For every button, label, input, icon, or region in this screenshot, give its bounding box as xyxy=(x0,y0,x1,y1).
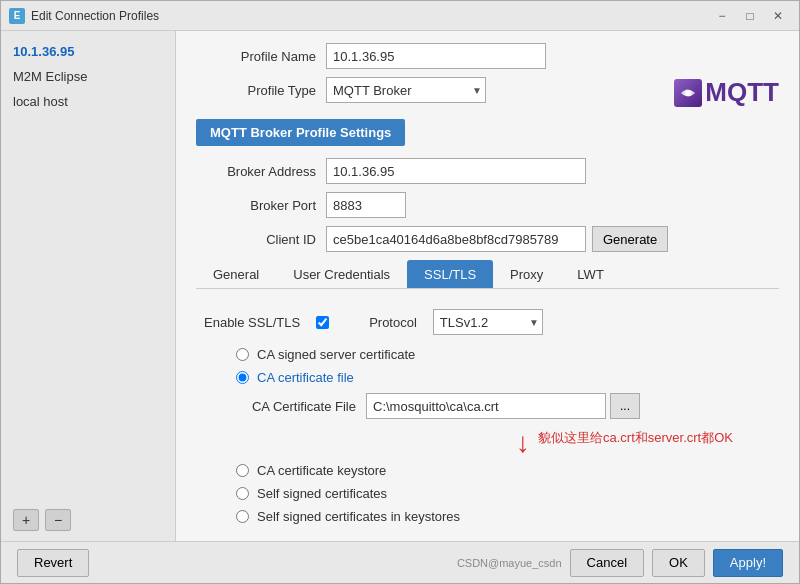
generate-button[interactable]: Generate xyxy=(592,226,668,252)
mqtt-logo-text: MQTT xyxy=(705,77,779,108)
broker-address-input[interactable] xyxy=(326,158,586,184)
self-signed-label: Self signed certificates xyxy=(257,486,387,501)
window-title: Edit Connection Profiles xyxy=(31,9,709,23)
ca-signed-row: CA signed server certificate xyxy=(196,347,779,362)
mqtt-logo: MQTT xyxy=(674,77,779,108)
profile-name-row: Profile Name xyxy=(196,43,779,69)
cancel-button[interactable]: Cancel xyxy=(570,549,644,577)
arrow-down-icon: ↓ xyxy=(516,429,530,457)
ca-cert-file-label: CA certificate file xyxy=(257,370,354,385)
broker-port-row: Broker Port xyxy=(196,192,779,218)
profile-type-select[interactable]: MQTT Broker MQTT Publisher MQTT Subscrib… xyxy=(326,77,486,103)
minimize-button[interactable]: − xyxy=(709,6,735,26)
self-signed-keystores-row: Self signed certificates in keystores xyxy=(196,509,779,524)
ca-keystore-radio[interactable] xyxy=(236,464,249,477)
self-signed-row: Self signed certificates xyxy=(196,486,779,501)
sidebar-item-2[interactable]: local host xyxy=(1,89,175,114)
protocol-select-wrapper: TLSv1.2 TLSv1.1 TLSv1.0 SSLv3 ▼ xyxy=(433,309,543,335)
profile-name-input[interactable] xyxy=(326,43,546,69)
annotation-area: ↓ 貌似这里给ca.crt和server.crt都OK xyxy=(196,429,779,457)
broker-address-label: Broker Address xyxy=(196,164,316,179)
ca-signed-radio[interactable] xyxy=(236,348,249,361)
profile-type-label: Profile Type xyxy=(196,83,316,98)
protocol-select[interactable]: TLSv1.2 TLSv1.1 TLSv1.0 SSLv3 xyxy=(433,309,543,335)
revert-button[interactable]: Revert xyxy=(17,549,89,577)
tab-proxy[interactable]: Proxy xyxy=(493,260,560,288)
self-signed-keystores-label: Self signed certificates in keystores xyxy=(257,509,460,524)
sidebar-item-0[interactable]: 10.1.36.95 xyxy=(1,39,175,64)
client-id-label: Client ID xyxy=(196,232,316,247)
ca-cert-file-radio[interactable] xyxy=(236,371,249,384)
ca-keystore-row: CA certificate keystore xyxy=(196,463,779,478)
close-button[interactable]: ✕ xyxy=(765,6,791,26)
remove-profile-button[interactable]: − xyxy=(45,509,71,531)
protocol-row: Protocol TLSv1.2 TLSv1.1 TLSv1.0 SSLv3 ▼ xyxy=(369,309,543,335)
title-bar: E Edit Connection Profiles − □ ✕ xyxy=(1,1,799,31)
section-header: MQTT Broker Profile Settings xyxy=(196,111,779,158)
enable-ssl-label: Enable SSL/TLS xyxy=(204,315,300,330)
ssl-options-row: Enable SSL/TLS Protocol TLSv1.2 TLSv1.1 … xyxy=(196,309,779,335)
ca-cert-file-row: CA certificate file xyxy=(196,370,779,385)
ca-certificate-file-input[interactable] xyxy=(366,393,606,419)
client-id-input[interactable] xyxy=(326,226,586,252)
maximize-button[interactable]: □ xyxy=(737,6,763,26)
ca-signed-label: CA signed server certificate xyxy=(257,347,415,362)
tab-lwt[interactable]: LWT xyxy=(560,260,620,288)
main-window: E Edit Connection Profiles − □ ✕ 10.1.36… xyxy=(0,0,800,584)
ok-button[interactable]: OK xyxy=(652,549,705,577)
tab-ssl-tls[interactable]: SSL/TLS xyxy=(407,260,493,288)
apply-button[interactable]: Apply! xyxy=(713,549,783,577)
footer-left: Revert xyxy=(17,549,89,577)
add-profile-button[interactable]: + xyxy=(13,509,39,531)
tab-bar: General User Credentials SSL/TLS Proxy L… xyxy=(196,260,779,289)
profile-name-label: Profile Name xyxy=(196,49,316,64)
self-signed-radio[interactable] xyxy=(236,487,249,500)
annotation-text: 貌似这里给ca.crt和server.crt都OK xyxy=(538,429,733,447)
broker-port-label: Broker Port xyxy=(196,198,316,213)
footer-bar: Revert CSDN@mayue_csdn Cancel OK Apply! xyxy=(1,541,799,583)
client-id-row: Client ID Generate xyxy=(196,226,779,252)
self-signed-keystores-radio[interactable] xyxy=(236,510,249,523)
protocol-label: Protocol xyxy=(369,315,417,330)
app-icon: E xyxy=(9,8,25,24)
profile-type-select-wrapper: MQTT Broker MQTT Publisher MQTT Subscrib… xyxy=(326,77,486,103)
mqtt-logo-icon xyxy=(674,79,702,107)
broker-address-row: Broker Address xyxy=(196,158,779,184)
main-panel: MQTT Profile Name Profile Type MQTT Brok… xyxy=(176,31,799,541)
enable-ssl-checkbox[interactable] xyxy=(316,316,329,329)
tab-user-credentials[interactable]: User Credentials xyxy=(276,260,407,288)
content-area: 10.1.36.95 M2M Eclipse local host + − xyxy=(1,31,799,541)
watermark-text: CSDN@mayue_csdn xyxy=(457,557,562,569)
ca-certificate-file-label: CA Certificate File xyxy=(196,399,356,414)
sidebar-item-1[interactable]: M2M Eclipse xyxy=(1,64,175,89)
svg-point-0 xyxy=(685,90,691,96)
broker-port-input[interactable] xyxy=(326,192,406,218)
browse-button[interactable]: ... xyxy=(610,393,640,419)
ca-keystore-label: CA certificate keystore xyxy=(257,463,386,478)
sidebar: 10.1.36.95 M2M Eclipse local host + − xyxy=(1,31,176,541)
tab-general[interactable]: General xyxy=(196,260,276,288)
ca-cert-path-row: CA Certificate File ... xyxy=(196,393,779,419)
window-controls: − □ ✕ xyxy=(709,6,791,26)
tab-content-ssl: Enable SSL/TLS Protocol TLSv1.2 TLSv1.1 … xyxy=(196,301,779,540)
